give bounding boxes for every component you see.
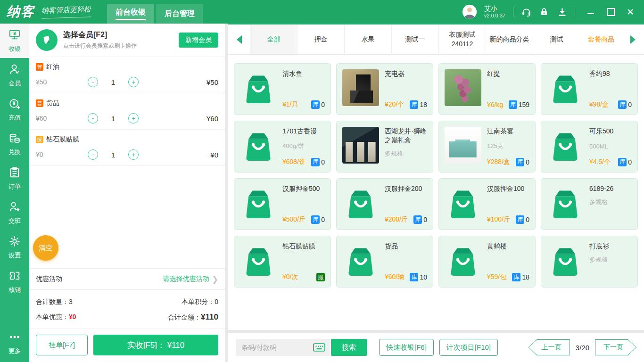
sidebar-item-member[interactable]: 会员 bbox=[0, 58, 29, 92]
sidebar-item-settings[interactable]: 设置 bbox=[0, 230, 29, 264]
product-name: 西湖龙井·狮峰之巅礼盒 bbox=[385, 127, 427, 145]
product-card[interactable]: 汉服押金200 ¥200/斤 库 0 bbox=[336, 178, 433, 230]
topbar-right: 艾小 v2.0.0.37 ✕ bbox=[462, 5, 637, 19]
product-card[interactable]: 货品 ¥60/辆 库 10 bbox=[336, 236, 433, 288]
cart-item[interactable]: 服 钻石膜贴膜 ¥0 - 1 + ¥0 bbox=[29, 130, 225, 166]
sidebar-item-recharge[interactable]: ¥ 充值 bbox=[0, 92, 29, 127]
decrease-qty-button[interactable]: - bbox=[88, 149, 98, 160]
count-item-button[interactable]: 计次项目[F10] bbox=[439, 339, 498, 356]
product-stock: 库 0 bbox=[311, 100, 325, 109]
top-tab[interactable]: 前台收银 bbox=[107, 4, 154, 24]
product-card[interactable]: 6189-26 多规格 bbox=[541, 178, 638, 230]
lock-icon[interactable] bbox=[539, 7, 549, 17]
cart-clear-area: 清空 bbox=[29, 166, 225, 268]
product-card[interactable]: 1701古香漫 400g/饼 ¥608/饼 库 0 bbox=[234, 121, 331, 173]
clear-cart-button[interactable]: 清空 bbox=[33, 235, 58, 261]
member-icon bbox=[8, 63, 21, 77]
top-tab[interactable]: 后台管理 bbox=[156, 4, 203, 24]
product-name: 黄鹤楼 bbox=[487, 242, 529, 251]
member-select-title: 选择会员[F2] bbox=[63, 30, 137, 40]
category-tab[interactable]: 测试一 bbox=[391, 25, 438, 54]
maximize-button[interactable] bbox=[606, 8, 615, 16]
product-stock: 库 0 bbox=[413, 215, 427, 224]
page-indicator: 3/20 bbox=[576, 344, 589, 352]
category-scroll-left-button[interactable] bbox=[228, 25, 250, 54]
category-tab-label: 测试 bbox=[550, 35, 563, 44]
product-card[interactable]: 香约98 ¥98/盒 库 0 bbox=[541, 63, 638, 115]
cart-item[interactable]: 普 货品 ¥60 - 1 + ¥60 bbox=[29, 93, 225, 130]
product-card[interactable]: 西湖龙井·狮峰之巅礼盒 多规格 bbox=[336, 121, 433, 173]
stock-count: 159 bbox=[519, 101, 529, 108]
top-tab-label: 后台管理 bbox=[165, 9, 195, 19]
product-card[interactable]: 汉服押金100 ¥100/斤 库 0 bbox=[438, 178, 536, 230]
product-card[interactable]: 黄鹤楼 ¥59/包 库 18 bbox=[438, 236, 536, 288]
category-tab[interactable]: 新的商品分类 bbox=[486, 25, 533, 54]
product-card[interactable]: 江南茶宴 125克 ¥288/盒 库 0 bbox=[438, 121, 536, 173]
topbar: 纳客 纳客管店更轻松 前台收银 后台管理 艾小 v2.0.0.37 bbox=[0, 0, 644, 24]
search-button[interactable]: 搜索 bbox=[331, 339, 367, 356]
product-price: ¥20/个 bbox=[385, 100, 404, 109]
product-card[interactable]: 钻石膜贴膜 ¥0/次 服 bbox=[234, 236, 331, 288]
product-name: 江南茶宴 bbox=[487, 127, 529, 136]
minimize-button[interactable] bbox=[586, 8, 595, 16]
bottom-bar: 搜索 快速收银[F6] 计次项目[F10] 上一页 3/20 下一页 bbox=[228, 333, 644, 362]
decrease-qty-button[interactable]: - bbox=[88, 113, 98, 123]
keyboard-icon[interactable] bbox=[313, 343, 325, 352]
order-points: 本单积分：0 bbox=[182, 298, 218, 306]
category-tab[interactable]: 全部 bbox=[250, 25, 297, 54]
product-card[interactable]: 打底衫 多规格 bbox=[541, 236, 638, 288]
category-tab[interactable]: 衣服测试240112 bbox=[438, 25, 486, 54]
stock-count: 0 bbox=[526, 216, 529, 223]
item-qty: 1 bbox=[108, 78, 118, 86]
next-page-button[interactable]: 下一页 bbox=[595, 339, 636, 355]
category-tab[interactable]: 押金 bbox=[297, 25, 344, 54]
promo-row[interactable]: 优惠活动 请选择优惠活动 ❯ bbox=[29, 268, 225, 290]
quick-cashier-button[interactable]: 快速收银[F6] bbox=[379, 339, 434, 356]
product-spec: 125克 bbox=[487, 142, 529, 150]
category-scroll-right-button[interactable] bbox=[622, 25, 644, 54]
sidebar-item-exchange[interactable]: 兑换 bbox=[0, 127, 29, 161]
product-bottom-row: ¥200/斤 库 0 bbox=[385, 215, 427, 224]
top-tabs: 前台收银 后台管理 bbox=[107, 4, 203, 24]
pos-app-window: 纳客 纳客管店更轻松 前台收银 后台管理 艾小 v2.0.0.37 bbox=[0, 0, 644, 362]
shopping-bag-icon bbox=[342, 242, 379, 279]
member-select-row[interactable]: 选择会员[F2] 点击进行会员搜索或刷卡操作 新增会员 bbox=[29, 24, 225, 57]
hold-order-button[interactable]: 挂单[F7] bbox=[36, 335, 88, 355]
user-name: 艾小 bbox=[484, 5, 505, 13]
product-name: 6189-26 bbox=[589, 184, 632, 193]
checkout-button[interactable]: 实收[F5]： ¥110 bbox=[93, 335, 218, 355]
sidebar-item-more[interactable]: 更多 bbox=[0, 326, 29, 360]
sidebar-item-orders[interactable]: 订单 bbox=[0, 161, 29, 196]
promo-select-link[interactable]: 请选择优惠活动 ❯ bbox=[163, 275, 218, 284]
add-member-button[interactable]: 新增会员 bbox=[179, 33, 218, 48]
category-tab[interactable]: 测试 bbox=[533, 25, 580, 54]
product-card[interactable]: 可乐500 500ML ¥4.5/个 库 0 bbox=[541, 121, 638, 173]
product-card[interactable]: 红提 ¥6/kg 库 159 bbox=[438, 63, 536, 115]
category-tab[interactable]: 水果 bbox=[344, 25, 391, 54]
product-card[interactable]: 汉服押金500 ¥500/斤 库 0 bbox=[234, 178, 331, 230]
product-card[interactable]: 清水鱼 ¥1/只 库 0 bbox=[234, 63, 331, 115]
user-avatar[interactable] bbox=[462, 5, 477, 19]
sidebar-item-cashier[interactable]: ¥ 收银 bbox=[0, 24, 29, 58]
increase-qty-button[interactable]: + bbox=[128, 149, 139, 160]
sidebar-item-verify[interactable]: 核销 bbox=[0, 264, 29, 299]
close-button[interactable]: ✕ bbox=[626, 8, 635, 16]
download-icon[interactable] bbox=[557, 7, 567, 17]
customer-service-icon[interactable] bbox=[521, 7, 531, 17]
stock-count: 0 bbox=[628, 158, 632, 166]
product-body: 汉服押金200 ¥200/斤 库 0 bbox=[385, 184, 427, 224]
increase-qty-button[interactable]: + bbox=[128, 77, 139, 87]
stock-badge: 库 bbox=[516, 158, 524, 166]
cart-item[interactable]: 普 红油 ¥50 - 1 + ¥50 bbox=[29, 57, 225, 93]
product-card[interactable]: 充电器 ¥20/个 库 18 bbox=[336, 63, 433, 115]
increase-qty-button[interactable]: + bbox=[128, 113, 139, 123]
category-tab[interactable]: 套餐商品 bbox=[580, 25, 622, 54]
sidebar-item-shift[interactable]: 交班 bbox=[0, 196, 29, 230]
decrease-qty-button[interactable]: - bbox=[88, 77, 98, 87]
user-info[interactable]: 艾小 v2.0.0.37 bbox=[484, 5, 505, 19]
barcode-input[interactable] bbox=[240, 343, 310, 352]
prev-page-button[interactable]: 上一页 bbox=[528, 339, 570, 355]
product-price: ¥0/次 bbox=[282, 273, 298, 281]
product-body: 6189-26 多规格 bbox=[589, 184, 632, 224]
chevron-right-icon: ❯ bbox=[212, 275, 218, 284]
